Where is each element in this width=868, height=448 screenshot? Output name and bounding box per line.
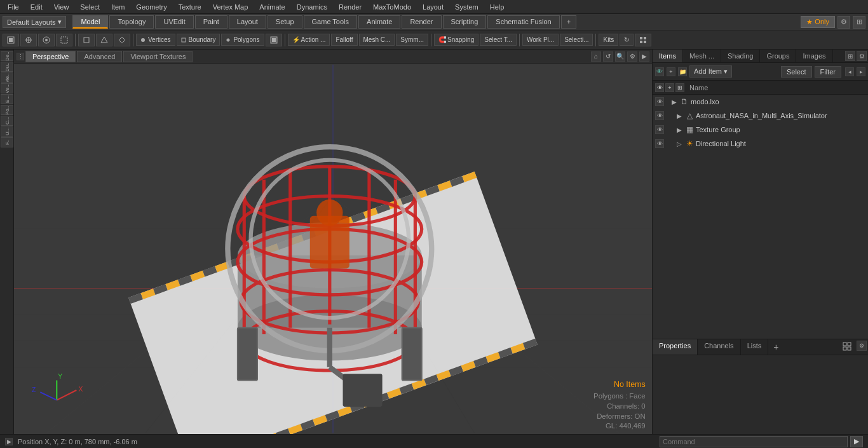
sidebar-tool-deform[interactable]: De...	[1, 51, 13, 61]
viewport-sync-icon[interactable]: ↺	[603, 51, 613, 62]
header-eye-icon[interactable]: 👁	[655, 83, 664, 92]
select-button[interactable]: Select	[781, 66, 812, 78]
tab-animate[interactable]: Animate	[358, 15, 400, 29]
menu-item[interactable]: Item	[106, 2, 130, 12]
items-eye-icon[interactable]: 👁	[655, 67, 664, 76]
menu-animate[interactable]: Animate	[254, 2, 290, 12]
tree-toggle-texture[interactable]: ▶	[675, 126, 683, 133]
vertices-btn[interactable]: Vertices	[136, 34, 175, 46]
grid-icon-btn[interactable]	[635, 34, 651, 46]
menu-render[interactable]: Render	[334, 2, 367, 12]
tab-model[interactable]: Model	[72, 15, 108, 29]
tree-item-astronaut[interactable]: 👁 ▶ △ Astronaut_NASA_in_Multi_Axis_Simul…	[653, 109, 868, 123]
items-collapse-icon[interactable]: ◂	[845, 67, 854, 76]
sidebar-tool-poly[interactable]: Po...	[1, 105, 13, 115]
settings-icon[interactable]: ⚙	[837, 16, 850, 29]
tab-render[interactable]: Render	[402, 15, 441, 29]
menu-vertex-map[interactable]: Vertex Map	[208, 2, 254, 12]
viewport-tab-advanced[interactable]: Advanced	[77, 51, 122, 62]
menu-edit[interactable]: Edit	[25, 2, 48, 12]
sidebar-tool-edge[interactable]: E...	[1, 94, 13, 104]
menu-layout[interactable]: Layout	[417, 2, 449, 12]
viewport-zoom-icon[interactable]: 🔍	[615, 51, 625, 62]
tree-toggle-root[interactable]: ▶	[670, 98, 678, 105]
mesh-btn[interactable]: Mesh C...	[359, 34, 395, 46]
pen-btn[interactable]	[114, 34, 130, 46]
props-tab-properties[interactable]: Properties	[653, 339, 698, 355]
tab-uvedit[interactable]: UVEdit	[155, 15, 193, 29]
sidebar-tool-mesh[interactable]: Me...	[1, 72, 13, 83]
select-tool-btn[interactable]: Select T...	[480, 34, 517, 46]
action-btn[interactable]: ⚡ Action ...	[288, 34, 330, 46]
boundary-btn[interactable]: Boundary	[177, 34, 220, 46]
viewport-expand-icon[interactable]: ▶	[639, 51, 649, 62]
transform-btn[interactable]	[20, 34, 37, 46]
props-add-button[interactable]: +	[768, 339, 783, 355]
tab-game-tools[interactable]: Game Tools	[304, 15, 358, 29]
tree-item-texture-group[interactable]: 👁 ▶ ▦ Texture Group	[653, 123, 868, 137]
tab-schematic-fusion[interactable]: Schematic Fusion	[487, 15, 559, 29]
sidebar-tool-vertex[interactable]: Ve...	[1, 83, 13, 93]
star-only-button[interactable]: ★ Only	[801, 16, 835, 28]
rp-tab-groups[interactable]: Groups	[760, 50, 796, 62]
rotate-icon-btn[interactable]	[38, 34, 55, 46]
command-go-button[interactable]: ▶	[850, 436, 863, 447]
tree-toggle-astronaut[interactable]: ▶	[675, 112, 683, 119]
menu-dynamics[interactable]: Dynamics	[292, 2, 332, 12]
viewport-options-icon[interactable]: ⋮	[17, 53, 24, 60]
kits-btn[interactable]: Kits	[599, 34, 618, 46]
menu-select[interactable]: Select	[75, 2, 105, 12]
filter-button[interactable]: Filter	[815, 66, 841, 78]
menu-file[interactable]: File	[3, 2, 24, 12]
menu-geometry[interactable]: Geometry	[131, 2, 172, 12]
props-tab-channels[interactable]: Channels	[698, 339, 740, 355]
props-settings-icon[interactable]: ⚙	[857, 341, 867, 351]
items-add-icon[interactable]: +	[667, 67, 675, 76]
refresh-btn[interactable]: ↻	[620, 34, 634, 46]
layout-dropdown[interactable]: Default Layouts ▾	[3, 16, 66, 28]
tab-paint[interactable]: Paint	[195, 15, 227, 29]
props-expand-icon[interactable]	[839, 339, 855, 355]
sidebar-tool-duplicate[interactable]: Du...	[1, 62, 13, 72]
tree-vis-texture[interactable]: 👁	[655, 125, 664, 134]
box-icon-btn[interactable]	[78, 34, 95, 46]
sidebar-tool-falloff[interactable]: F..	[1, 137, 13, 147]
viewport-settings-icon[interactable]: ⚙	[627, 51, 637, 62]
sidebar-tool-uv[interactable]: U...	[1, 126, 13, 137]
falloff-btn[interactable]: Falloff	[331, 34, 357, 46]
sidebar-tool-curve[interactable]: C...	[1, 116, 13, 126]
tree-item-light[interactable]: 👁 ▷ ☀ Directional Light	[653, 137, 868, 151]
viewport-home-icon[interactable]: ⌂	[591, 51, 601, 62]
polygons-btn[interactable]: Polygons	[221, 34, 264, 46]
menu-maxtomodo[interactable]: MaxToModo	[368, 2, 416, 12]
viewport-3d[interactable]: No Items Polygons : Face Channels: 0 Def…	[14, 64, 652, 434]
tree-vis-astronaut[interactable]: 👁	[655, 111, 664, 120]
layout-tab-add[interactable]: +	[561, 15, 576, 29]
menu-texture[interactable]: Texture	[173, 2, 207, 12]
status-expand-icon[interactable]: ▶	[5, 438, 13, 445]
mode-btn1[interactable]	[266, 34, 282, 46]
viewport-tab-perspective[interactable]: Perspective	[25, 51, 76, 62]
viewport-tab-textures[interactable]: Viewport Textures	[123, 51, 193, 62]
tab-scripting[interactable]: Scripting	[443, 15, 487, 29]
expand-icon[interactable]: ⊞	[853, 16, 865, 29]
snapping-btn[interactable]: 🧲 Snapping	[434, 34, 478, 46]
subdiv-btn[interactable]	[96, 34, 112, 46]
select-icon-btn[interactable]	[3, 34, 19, 46]
tab-layout[interactable]: Layout	[229, 15, 266, 29]
tab-setup[interactable]: Setup	[268, 15, 302, 29]
symmetry-btn[interactable]: Symm...	[396, 34, 428, 46]
tab-topology[interactable]: Topology	[109, 15, 154, 29]
scale-icon-btn[interactable]	[56, 34, 72, 46]
rp-settings-icon[interactable]: ⚙	[857, 51, 867, 61]
add-item-button[interactable]: Add Item ▾	[689, 65, 732, 78]
tree-vis-light[interactable]: 👁	[655, 139, 664, 148]
items-folder-icon[interactable]: 📁	[678, 67, 687, 76]
tree-item-root[interactable]: 👁 ▶ 🗋 modo.lxo	[653, 95, 868, 109]
rp-tab-shading[interactable]: Shading	[721, 50, 760, 62]
header-plus-icon[interactable]: +	[665, 83, 674, 92]
workplane-btn[interactable]: Work Pl...	[522, 34, 559, 46]
menu-help[interactable]: Help	[485, 2, 510, 12]
props-tab-lists[interactable]: Lists	[741, 339, 769, 355]
items-more-icon[interactable]: ▸	[857, 67, 865, 76]
